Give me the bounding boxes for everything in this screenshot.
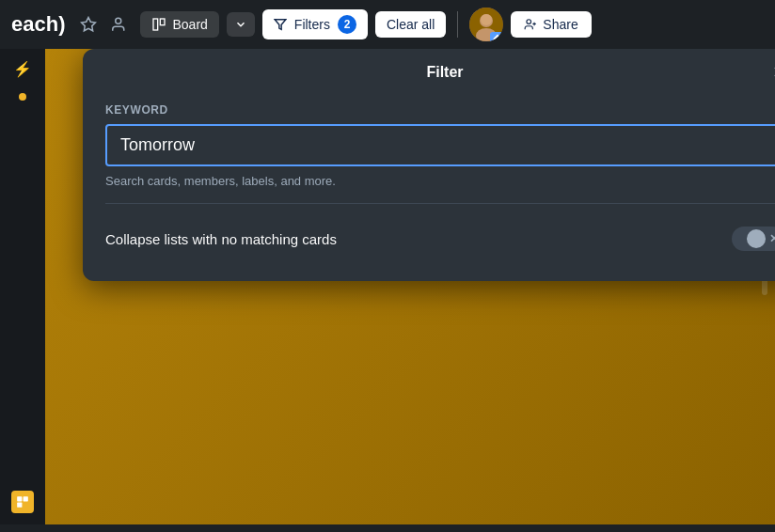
svg-rect-3 (161, 19, 166, 25)
keyword-label: Keyword (105, 103, 775, 117)
chevron-up-icon (492, 34, 503, 41)
modal-close-button[interactable]: ✕ (766, 59, 775, 86)
lightning-icon[interactable]: ⚡ (13, 60, 32, 78)
svg-point-9 (527, 20, 531, 24)
header-divider (457, 11, 458, 38)
collapse-label: Collapse lists with no matching cards (105, 231, 337, 247)
filter-modal-overlay: Filter ✕ Keyword Search cards, members, … (45, 49, 775, 524)
grid-icon (16, 495, 29, 509)
toggle-circle (747, 229, 766, 248)
modal-body: Keyword Search cards, members, labels, a… (83, 96, 775, 281)
star-button[interactable] (76, 12, 101, 37)
avatar[interactable] (469, 8, 503, 41)
svg-marker-4 (275, 20, 286, 30)
svg-rect-12 (17, 496, 22, 501)
board-icon (151, 17, 166, 32)
sidebar-strip: ⚡ (0, 49, 45, 524)
filter-icon (274, 18, 287, 31)
share-label: Share (543, 17, 577, 32)
toggle-x-icon: ✕ (769, 232, 775, 245)
header-bar: each) Board Filters 2 Clear all (0, 0, 775, 49)
board-content: Filter ✕ Keyword Search cards, members, … (45, 49, 775, 524)
keyword-input[interactable] (105, 124, 775, 166)
members-button[interactable] (108, 12, 133, 37)
chevron-down-icon (234, 18, 247, 31)
collapse-toggle[interactable]: ✕ (732, 227, 775, 251)
dot-indicator (19, 93, 26, 101)
filter-count-badge: 2 (338, 15, 356, 34)
modal-header: Filter ✕ (83, 49, 775, 96)
board-view-button[interactable]: Board (140, 11, 218, 38)
share-button[interactable]: Share (511, 11, 591, 38)
avatar-badge (490, 32, 503, 41)
svg-rect-2 (153, 19, 158, 30)
filter-modal: Filter ✕ Keyword Search cards, members, … (83, 49, 775, 281)
svg-rect-14 (17, 503, 22, 508)
svg-rect-13 (24, 496, 28, 501)
board-btn-label: Board (172, 17, 207, 32)
main-area: ⚡ Filter ✕ (0, 49, 775, 524)
page-title: each) (11, 12, 65, 37)
svg-point-1 (116, 18, 121, 23)
modal-title: Filter (426, 64, 463, 81)
svg-marker-0 (82, 18, 96, 31)
view-dropdown-button[interactable] (227, 12, 255, 37)
modal-divider (105, 203, 775, 204)
sidebar-board-icon[interactable] (11, 491, 34, 513)
toggle-row: Collapse lists with no matching cards ✕ (105, 219, 775, 258)
filters-label: Filters (294, 17, 330, 32)
svg-point-8 (481, 14, 492, 25)
input-hint: Search cards, members, labels, and more. (105, 174, 775, 188)
clear-all-button[interactable]: Clear all (375, 11, 446, 38)
share-icon (524, 18, 537, 31)
filters-button[interactable]: Filters 2 (262, 9, 368, 39)
